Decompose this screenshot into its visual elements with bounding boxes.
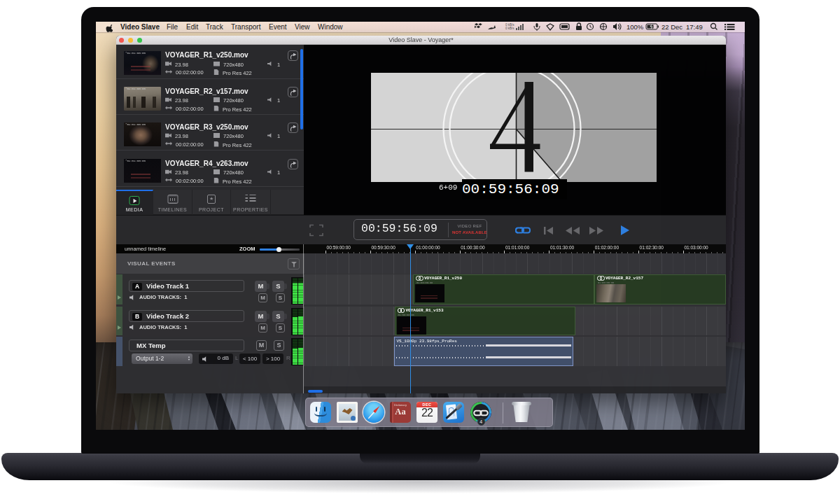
- svg-text:22 Dec: 22 Dec: [662, 23, 682, 31]
- svg-text:0 kB/s: 0 kB/s: [505, 27, 514, 30]
- svg-text:100%: 100%: [626, 23, 644, 31]
- svg-text:17:49: 17:49: [686, 23, 703, 31]
